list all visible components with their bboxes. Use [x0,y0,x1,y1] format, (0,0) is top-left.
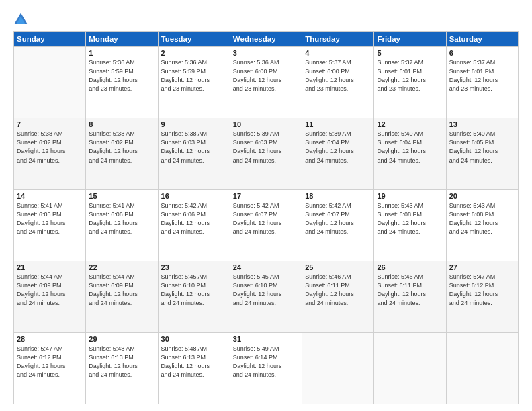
calendar-cell: 9Sunrise: 5:38 AM Sunset: 6:03 PM Daylig… [158,118,230,189]
day-number: 2 [161,49,227,57]
header [13,12,519,27]
day-info: Sunrise: 5:48 AM Sunset: 6:13 PM Dayligh… [89,345,154,379]
calendar-table: SundayMondayTuesdayWednesdayThursdayFrid… [13,31,519,404]
calendar-cell: 24Sunrise: 5:45 AM Sunset: 6:10 PM Dayli… [230,261,302,332]
day-info: Sunrise: 5:39 AM Sunset: 6:03 PM Dayligh… [233,130,299,165]
day-info: Sunrise: 5:47 AM Sunset: 6:12 PM Dayligh… [17,345,83,379]
day-info: Sunrise: 5:44 AM Sunset: 6:09 PM Dayligh… [89,273,154,308]
logo [13,12,31,27]
calendar-cell: 22Sunrise: 5:44 AM Sunset: 6:09 PM Dayli… [86,261,158,332]
calendar-cell [14,47,86,118]
calendar-cell: 31Sunrise: 5:49 AM Sunset: 6:14 PM Dayli… [230,332,302,404]
weekday-header-row: SundayMondayTuesdayWednesdayThursdayFrid… [14,32,519,47]
calendar-cell [374,332,446,404]
day-number: 10 [233,120,299,128]
day-number: 9 [161,120,227,128]
day-info: Sunrise: 5:39 AM Sunset: 6:04 PM Dayligh… [305,130,371,165]
day-number: 28 [17,335,83,343]
weekday-header-friday: Friday [374,32,446,47]
calendar-cell: 5Sunrise: 5:37 AM Sunset: 6:01 PM Daylig… [374,47,446,118]
calendar-cell: 21Sunrise: 5:44 AM Sunset: 6:09 PM Dayli… [14,261,86,332]
day-number: 14 [17,192,83,200]
calendar-cell: 29Sunrise: 5:48 AM Sunset: 6:13 PM Dayli… [86,332,158,404]
day-info: Sunrise: 5:48 AM Sunset: 6:13 PM Dayligh… [161,345,227,379]
calendar-cell: 4Sunrise: 5:37 AM Sunset: 6:00 PM Daylig… [302,47,374,118]
day-number: 5 [377,49,443,57]
day-number: 25 [305,263,371,271]
day-number: 7 [17,120,83,128]
day-number: 15 [89,192,154,200]
day-number: 8 [89,120,154,128]
calendar-cell: 18Sunrise: 5:42 AM Sunset: 6:07 PM Dayli… [302,189,374,261]
day-info: Sunrise: 5:41 AM Sunset: 6:05 PM Dayligh… [17,201,83,236]
day-number: 16 [161,192,227,200]
day-info: Sunrise: 5:42 AM Sunset: 6:07 PM Dayligh… [305,201,371,236]
day-info: Sunrise: 5:36 AM Sunset: 5:59 PM Dayligh… [161,58,227,93]
day-info: Sunrise: 5:43 AM Sunset: 6:08 PM Dayligh… [449,201,515,236]
day-number: 1 [89,49,154,57]
calendar-cell: 16Sunrise: 5:42 AM Sunset: 6:06 PM Dayli… [158,189,230,261]
weekday-header-thursday: Thursday [302,32,374,47]
day-number: 22 [89,263,154,271]
day-number: 4 [305,49,371,57]
calendar-cell: 20Sunrise: 5:43 AM Sunset: 6:08 PM Dayli… [446,189,518,261]
week-row-1: 1Sunrise: 5:36 AM Sunset: 5:59 PM Daylig… [14,47,519,118]
day-info: Sunrise: 5:49 AM Sunset: 6:14 PM Dayligh… [233,345,299,379]
calendar-cell: 23Sunrise: 5:45 AM Sunset: 6:10 PM Dayli… [158,261,230,332]
day-info: Sunrise: 5:41 AM Sunset: 6:06 PM Dayligh… [89,201,154,236]
day-info: Sunrise: 5:37 AM Sunset: 6:01 PM Dayligh… [449,58,515,93]
day-number: 24 [233,263,299,271]
calendar-cell: 14Sunrise: 5:41 AM Sunset: 6:05 PM Dayli… [14,189,86,261]
calendar-cell: 25Sunrise: 5:46 AM Sunset: 6:11 PM Dayli… [302,261,374,332]
calendar-cell: 11Sunrise: 5:39 AM Sunset: 6:04 PM Dayli… [302,118,374,189]
day-info: Sunrise: 5:43 AM Sunset: 6:08 PM Dayligh… [377,201,443,236]
day-number: 21 [17,263,83,271]
week-row-4: 21Sunrise: 5:44 AM Sunset: 6:09 PM Dayli… [14,261,519,332]
day-info: Sunrise: 5:40 AM Sunset: 6:05 PM Dayligh… [449,130,515,165]
day-info: Sunrise: 5:47 AM Sunset: 6:12 PM Dayligh… [449,273,515,308]
day-info: Sunrise: 5:38 AM Sunset: 6:02 PM Dayligh… [17,130,83,165]
day-number: 26 [377,263,443,271]
day-number: 27 [449,263,515,271]
weekday-header-monday: Monday [86,32,158,47]
calendar-cell: 3Sunrise: 5:36 AM Sunset: 6:00 PM Daylig… [230,47,302,118]
calendar-cell: 19Sunrise: 5:43 AM Sunset: 6:08 PM Dayli… [374,189,446,261]
day-info: Sunrise: 5:36 AM Sunset: 6:00 PM Dayligh… [233,58,299,93]
day-number: 23 [161,263,227,271]
calendar-cell: 10Sunrise: 5:39 AM Sunset: 6:03 PM Dayli… [230,118,302,189]
calendar-cell: 12Sunrise: 5:40 AM Sunset: 6:04 PM Dayli… [374,118,446,189]
day-number: 18 [305,192,371,200]
page: SundayMondayTuesdayWednesdayThursdayFrid… [0,0,532,411]
calendar-cell: 13Sunrise: 5:40 AM Sunset: 6:05 PM Dayli… [446,118,518,189]
day-number: 3 [233,49,299,57]
day-number: 13 [449,120,515,128]
weekday-header-tuesday: Tuesday [158,32,230,47]
day-info: Sunrise: 5:38 AM Sunset: 6:02 PM Dayligh… [89,130,154,165]
day-number: 20 [449,192,515,200]
calendar-cell: 1Sunrise: 5:36 AM Sunset: 5:59 PM Daylig… [86,47,158,118]
calendar-cell: 6Sunrise: 5:37 AM Sunset: 6:01 PM Daylig… [446,47,518,118]
day-number: 19 [377,192,443,200]
week-row-5: 28Sunrise: 5:47 AM Sunset: 6:12 PM Dayli… [14,332,519,404]
day-info: Sunrise: 5:45 AM Sunset: 6:10 PM Dayligh… [233,273,299,308]
calendar-cell [302,332,374,404]
day-number: 17 [233,192,299,200]
day-info: Sunrise: 5:38 AM Sunset: 6:03 PM Dayligh… [161,130,227,165]
day-info: Sunrise: 5:44 AM Sunset: 6:09 PM Dayligh… [17,273,83,308]
calendar-cell: 28Sunrise: 5:47 AM Sunset: 6:12 PM Dayli… [14,332,86,404]
day-number: 11 [305,120,371,128]
day-info: Sunrise: 5:42 AM Sunset: 6:07 PM Dayligh… [233,201,299,236]
day-info: Sunrise: 5:45 AM Sunset: 6:10 PM Dayligh… [161,273,227,308]
day-number: 6 [449,49,515,57]
day-number: 30 [161,335,227,343]
calendar-cell: 15Sunrise: 5:41 AM Sunset: 6:06 PM Dayli… [86,189,158,261]
calendar-cell: 17Sunrise: 5:42 AM Sunset: 6:07 PM Dayli… [230,189,302,261]
logo-icon [13,12,28,27]
calendar-cell: 7Sunrise: 5:38 AM Sunset: 6:02 PM Daylig… [14,118,86,189]
week-row-2: 7Sunrise: 5:38 AM Sunset: 6:02 PM Daylig… [14,118,519,189]
day-number: 31 [233,335,299,343]
day-number: 12 [377,120,443,128]
calendar-cell: 26Sunrise: 5:46 AM Sunset: 6:11 PM Dayli… [374,261,446,332]
day-info: Sunrise: 5:37 AM Sunset: 6:01 PM Dayligh… [377,58,443,93]
day-info: Sunrise: 5:42 AM Sunset: 6:06 PM Dayligh… [161,201,227,236]
